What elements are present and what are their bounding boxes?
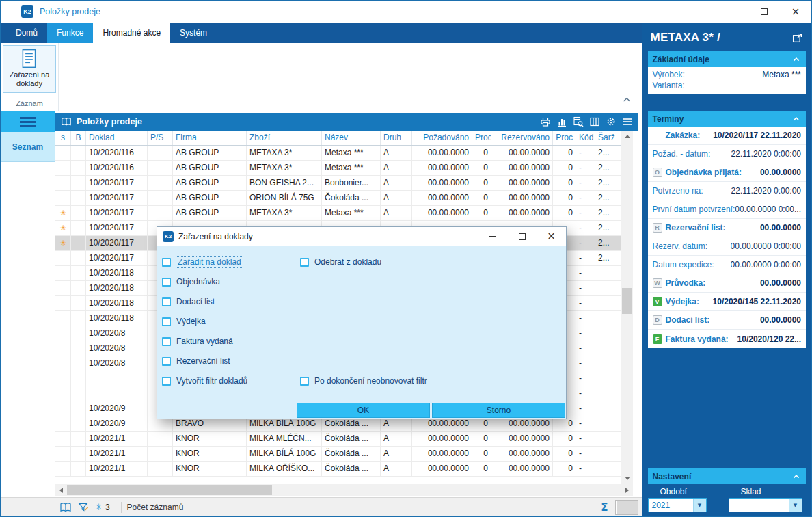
- columns-icon[interactable]: [589, 116, 600, 127]
- open-in-window-icon[interactable]: [791, 32, 803, 44]
- storno-button[interactable]: Storno: [432, 403, 565, 418]
- dropdown-arrow-icon[interactable]: ▼: [693, 499, 706, 512]
- column-header[interactable]: Název: [322, 131, 381, 145]
- statusbar-corner-button[interactable]: [615, 500, 638, 515]
- section-header-nastaveni[interactable]: Nastavení: [648, 468, 806, 484]
- table-row[interactable]: 10/2021/1 KNOR MILKA BÍLÁ 100G Čokoláda …: [55, 447, 621, 462]
- menu-icon[interactable]: [622, 116, 633, 127]
- filter-edit-icon[interactable]: [77, 501, 90, 514]
- column-header[interactable]: B: [71, 131, 86, 145]
- dropdown-arrow-icon[interactable]: ▼: [789, 499, 802, 512]
- checkbox-box[interactable]: [162, 377, 171, 386]
- minimize-button[interactable]: [717, 1, 748, 23]
- table-row[interactable]: 10/2021/1 KNOR MILKA MLÉČN... Čokoláda .…: [55, 432, 621, 447]
- vertical-scroll-track[interactable]: [621, 142, 633, 473]
- checkbox-box[interactable]: [300, 258, 309, 267]
- chart-icon[interactable]: [556, 116, 567, 127]
- detail-field-row: Rezerv. datum: 00.00.0000 0:00:00: [648, 237, 806, 256]
- checkbox-vydejka[interactable]: Výdejka: [162, 317, 206, 326]
- column-header[interactable]: Požadováno: [412, 131, 472, 145]
- dialog-maximize-button[interactable]: [507, 227, 537, 246]
- cell-pozadovano: 00.00.0000: [412, 191, 472, 205]
- table-row[interactable]: 10/2020/116 AB GROUP METAXA 3* Metaxa **…: [55, 161, 621, 176]
- chevron-up-icon[interactable]: [791, 114, 801, 124]
- checkbox-odebrat-z-dokladu[interactable]: Odebrat z dokladu: [300, 257, 381, 267]
- checkbox-po-dokonceni-neobnovovat-filtr[interactable]: Po dokončení neobnovovat filtr: [300, 376, 427, 386]
- browse-book-icon[interactable]: [59, 501, 72, 514]
- column-header[interactable]: P/S: [148, 131, 173, 145]
- table-row[interactable]: 10/2020/117 AB GROUP BON GEISHA 2... Bon…: [55, 176, 621, 191]
- column-header[interactable]: Rezervováno: [491, 131, 553, 145]
- horizontal-scroll-track[interactable]: [67, 484, 621, 496]
- column-header[interactable]: Kód: [576, 131, 595, 145]
- ribbon-tab[interactable]: Domů: [6, 23, 47, 43]
- search-document-icon[interactable]: [573, 116, 584, 127]
- table-title: Položky prodeje: [77, 117, 142, 127]
- ribbon-tab[interactable]: Systém: [170, 23, 217, 43]
- document-list-icon: [21, 49, 38, 69]
- horizontal-scroll-thumb[interactable]: [67, 485, 272, 495]
- section-header-terminy[interactable]: Termíny: [648, 111, 806, 127]
- ribbon-collapse-button[interactable]: [623, 93, 631, 105]
- ribbon-tab[interactable]: Funkce: [47, 23, 93, 43]
- chevron-up-icon[interactable]: [791, 55, 801, 64]
- cell-sarz: 2...: [595, 221, 621, 235]
- cell-doklad: 10/2020/118: [86, 281, 148, 295]
- sklad-select[interactable]: ▼: [729, 498, 802, 512]
- table-row[interactable]: ✳ 10/2020/117 AB GROUP METAXA 3* Metaxa …: [55, 206, 621, 221]
- checkbox-box[interactable]: [162, 317, 171, 326]
- selected-count-value: 3: [105, 503, 110, 512]
- chevron-up-icon[interactable]: [791, 472, 801, 481]
- gear-icon[interactable]: [606, 116, 617, 127]
- checkbox-box[interactable]: [300, 377, 309, 386]
- section-header-zakladni[interactable]: Základní údaje: [648, 51, 806, 67]
- column-header[interactable]: Proc: [553, 131, 576, 145]
- dialog-close-button[interactable]: ×: [537, 227, 566, 246]
- ok-button[interactable]: OK: [297, 403, 430, 418]
- column-header[interactable]: s: [55, 131, 71, 145]
- checkbox-box[interactable]: [162, 337, 171, 346]
- horizontal-scrollbar[interactable]: [55, 484, 633, 496]
- checkbox-objednavka[interactable]: Objednávka: [162, 277, 220, 287]
- ribbon-tab[interactable]: Hromadné akce: [93, 23, 170, 43]
- scroll-left-button[interactable]: [55, 484, 67, 496]
- checkbox-box[interactable]: [162, 297, 171, 306]
- print-icon[interactable]: [540, 116, 551, 127]
- detail-field-row: V Výdejka: 10/2020/145 22.11.2020: [648, 293, 806, 311]
- scroll-right-button[interactable]: [621, 484, 633, 496]
- column-header[interactable]: Doklad: [86, 131, 148, 145]
- table-row[interactable]: 10/2021/1 KNOR MILKA OŘÍŠKO... Čokoláda …: [55, 462, 621, 477]
- vertical-scrollbar[interactable]: [621, 131, 633, 484]
- table-row[interactable]: 10/2020/116 AB GROUP METAXA 3* Metaxa **…: [55, 146, 621, 161]
- dialog-minimize-button[interactable]: [478, 227, 507, 246]
- column-header[interactable]: Prodl.: [472, 131, 491, 145]
- table-row[interactable]: 10/2020/117 AB GROUP ORION BÍLÁ 75G Čoko…: [55, 191, 621, 206]
- cell-b: [71, 447, 86, 461]
- checkbox-box[interactable]: [162, 357, 171, 366]
- field-label: Výrobek:: [653, 70, 685, 79]
- records-count-label[interactable]: Počet záznamů: [127, 503, 184, 512]
- sum-sigma-icon[interactable]: Σ: [601, 501, 608, 514]
- vertical-scroll-thumb[interactable]: [622, 288, 632, 314]
- checkbox-dodaci-list[interactable]: Dodací list: [162, 297, 215, 306]
- checkbox-vytvorit-filtr-dokladu[interactable]: Vytvořit filtr dokladů: [162, 376, 300, 386]
- checkbox-zaradit-na-doklad[interactable]: Zařadit na doklad: [162, 257, 300, 267]
- field-varianta: Varianta:: [653, 80, 801, 91]
- obdobi-select[interactable]: 2021 ▼: [648, 498, 707, 512]
- maximize-button[interactable]: [748, 1, 780, 23]
- close-button[interactable]: ×: [780, 1, 811, 23]
- minimize-icon: [729, 12, 737, 12]
- checkbox-rezervacni-list[interactable]: Rezervační list: [162, 356, 230, 366]
- checkbox-box[interactable]: [162, 278, 171, 287]
- column-header[interactable]: Firma: [173, 131, 247, 145]
- sidebar-item-seznam[interactable]: Seznam: [1, 132, 55, 162]
- scroll-up-button[interactable]: [621, 131, 633, 142]
- checkbox-box[interactable]: [162, 258, 171, 267]
- column-header[interactable]: Šarž: [595, 131, 621, 145]
- zarazeni-na-doklady-button[interactable]: Zařazení na doklady: [3, 45, 56, 93]
- scroll-down-button[interactable]: [621, 473, 633, 484]
- column-header[interactable]: Zboží: [247, 131, 322, 145]
- sidebar-menu-button[interactable]: [1, 111, 55, 132]
- checkbox-faktura-vydana[interactable]: Faktura vydaná: [162, 336, 233, 346]
- column-header[interactable]: Druh: [381, 131, 412, 145]
